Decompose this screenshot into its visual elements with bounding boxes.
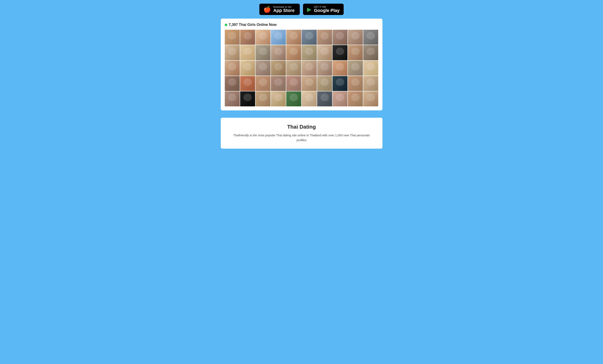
profile-photo-33[interactable] — [255, 76, 270, 91]
profile-photo-36[interactable] — [302, 76, 317, 91]
profile-photo-19[interactable] — [348, 45, 363, 60]
profile-photo-37[interactable] — [317, 76, 332, 91]
profile-photo-48[interactable] — [333, 91, 348, 106]
profile-photo-2[interactable] — [240, 30, 255, 45]
profile-photo-17[interactable] — [317, 45, 332, 60]
profile-photo-38[interactable] — [333, 76, 348, 91]
profile-photo-4[interactable] — [271, 30, 286, 45]
profile-photo-29[interactable] — [348, 61, 363, 76]
profile-photo-32[interactable] — [240, 76, 255, 91]
profile-photo-11[interactable] — [225, 45, 240, 60]
profile-photo-3[interactable] — [255, 30, 270, 45]
top-bar: 🍎 Download on the App Store ▶ GET IT ON … — [0, 0, 603, 19]
google-play-text: GET IT ON Google Play — [314, 6, 340, 13]
profile-photo-9[interactable] — [348, 30, 363, 45]
profile-photo-22[interactable] — [240, 61, 255, 76]
app-store-text: Download on the App Store — [273, 6, 295, 13]
profile-photo-10[interactable] — [363, 30, 378, 45]
thai-dating-card: Thai Dating Thaifriendly is the most pop… — [221, 118, 383, 149]
profile-photo-8[interactable] — [333, 30, 348, 45]
profile-photo-24[interactable] — [271, 61, 286, 76]
app-store-badge[interactable]: 🍎 Download on the App Store — [259, 4, 300, 15]
profile-photo-7[interactable] — [317, 30, 332, 45]
profile-photo-47[interactable] — [317, 91, 332, 106]
profile-photo-1[interactable] — [225, 30, 240, 45]
online-indicator-dot — [225, 24, 227, 26]
profile-photo-44[interactable] — [271, 91, 286, 106]
profile-photo-28[interactable] — [333, 61, 348, 76]
profile-photo-15[interactable] — [286, 45, 301, 60]
google-play-badge[interactable]: ▶ GET IT ON Google Play — [303, 4, 344, 15]
profile-photo-20[interactable] — [363, 45, 378, 60]
profile-photo-27[interactable] — [317, 61, 332, 76]
profile-photo-43[interactable] — [255, 91, 270, 106]
thai-dating-title: Thai Dating — [229, 124, 374, 130]
profile-photo-50[interactable] — [363, 91, 378, 106]
profile-photo-40[interactable] — [363, 76, 378, 91]
online-header: 7,397 Thai Girls Online Now — [225, 23, 378, 27]
profile-photo-30[interactable] — [363, 61, 378, 76]
thai-dating-description: Thaifriendly is the most popular Thai da… — [229, 133, 374, 142]
profile-photo-45[interactable] — [286, 91, 301, 106]
photo-grid — [225, 30, 378, 106]
app-store-main-label: App Store — [273, 8, 295, 13]
profile-photo-23[interactable] — [255, 61, 270, 76]
apple-icon: 🍎 — [263, 6, 271, 13]
online-count-text: 7,397 Thai Girls Online Now — [229, 23, 277, 27]
profile-photo-6[interactable] — [302, 30, 317, 45]
profile-photo-21[interactable] — [225, 61, 240, 76]
profile-photo-18[interactable] — [333, 45, 348, 60]
profile-photo-41[interactable] — [225, 91, 240, 106]
google-play-main-label: Google Play — [314, 8, 340, 13]
profile-photo-12[interactable] — [240, 45, 255, 60]
profile-photo-26[interactable] — [302, 61, 317, 76]
profile-photo-25[interactable] — [286, 61, 301, 76]
profile-photo-13[interactable] — [255, 45, 270, 60]
profile-photo-34[interactable] — [271, 76, 286, 91]
main-container: 7,397 Thai Girls Online Now — [0, 19, 603, 149]
profile-photo-39[interactable] — [348, 76, 363, 91]
profile-photo-42[interactable] — [240, 91, 255, 106]
online-users-card: 7,397 Thai Girls Online Now — [221, 19, 383, 110]
profile-photo-31[interactable] — [225, 76, 240, 91]
profile-photo-14[interactable] — [271, 45, 286, 60]
profile-photo-49[interactable] — [348, 91, 363, 106]
profile-photo-16[interactable] — [302, 45, 317, 60]
google-play-icon: ▶ — [307, 6, 312, 13]
profile-photo-5[interactable] — [286, 30, 301, 45]
profile-photo-46[interactable] — [302, 91, 317, 106]
profile-photo-35[interactable] — [286, 76, 301, 91]
